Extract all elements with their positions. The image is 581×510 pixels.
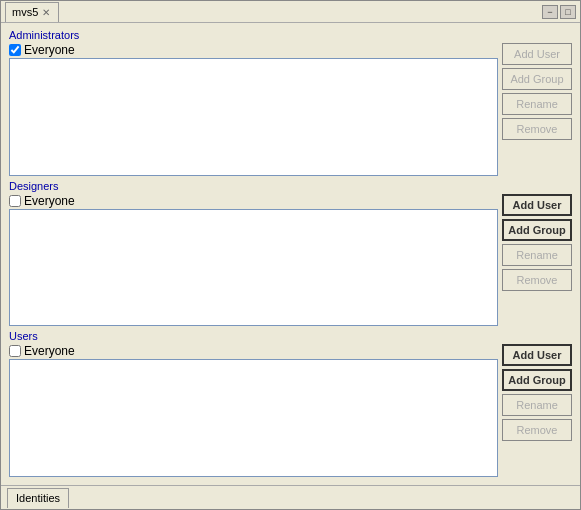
administrators-buttons: Add User Add Group Rename Remove [502,43,572,176]
designers-buttons: Add User Add Group Rename Remove [502,194,572,327]
users-listbox[interactable] [9,359,498,477]
designers-body: Everyone Add User Add Group Rename Remov… [9,194,572,327]
administrators-label: Administrators [9,29,572,41]
window-title: mvs5 [12,6,38,18]
minimize-button[interactable]: − [542,5,558,19]
identities-tab-label: Identities [16,492,60,504]
designers-label: Designers [9,180,572,192]
administrators-body: Everyone Add User Add Group Rename Remov… [9,43,572,176]
main-content: Administrators Everyone Add User Add Gro… [1,23,580,485]
administrators-rename-button[interactable]: Rename [502,93,572,115]
title-bar: mvs5 ✕ − □ [1,1,580,23]
designers-add-group-button[interactable]: Add Group [502,219,572,241]
footer: Identities [1,485,580,509]
designers-add-user-button[interactable]: Add User [502,194,572,216]
users-everyone-label: Everyone [24,344,75,358]
users-section: Users Everyone Add User Add Group Rename… [9,330,572,477]
users-rename-button[interactable]: Rename [502,394,572,416]
users-remove-button[interactable]: Remove [502,419,572,441]
designers-rename-button[interactable]: Rename [502,244,572,266]
tab-close-icon[interactable]: ✕ [42,7,50,18]
users-buttons: Add User Add Group Rename Remove [502,344,572,477]
main-window: mvs5 ✕ − □ Administrators Everyone Add U… [0,0,581,510]
users-body: Everyone Add User Add Group Rename Remov… [9,344,572,477]
users-list-area: Everyone [9,344,498,477]
designers-everyone-label: Everyone [24,194,75,208]
maximize-button[interactable]: □ [560,5,576,19]
designers-everyone-row: Everyone [9,194,498,208]
administrators-section: Administrators Everyone Add User Add Gro… [9,29,572,176]
designers-section: Designers Everyone Add User Add Group Re… [9,180,572,327]
users-everyone-row: Everyone [9,344,498,358]
administrators-everyone-label: Everyone [24,43,75,57]
administrators-list-area: Everyone [9,43,498,176]
users-label: Users [9,330,572,342]
designers-listbox[interactable] [9,209,498,327]
window-controls: − □ [542,5,576,19]
administrators-remove-button[interactable]: Remove [502,118,572,140]
identities-tab[interactable]: Identities [7,488,69,508]
administrators-listbox[interactable] [9,58,498,176]
administrators-everyone-checkbox[interactable] [9,44,21,56]
administrators-add-group-button[interactable]: Add Group [502,68,572,90]
designers-list-area: Everyone [9,194,498,327]
designers-everyone-checkbox[interactable] [9,195,21,207]
administrators-everyone-row: Everyone [9,43,498,57]
users-add-group-button[interactable]: Add Group [502,369,572,391]
designers-remove-button[interactable]: Remove [502,269,572,291]
users-everyone-checkbox[interactable] [9,345,21,357]
window-tab[interactable]: mvs5 ✕ [5,2,59,22]
administrators-add-user-button[interactable]: Add User [502,43,572,65]
users-add-user-button[interactable]: Add User [502,344,572,366]
